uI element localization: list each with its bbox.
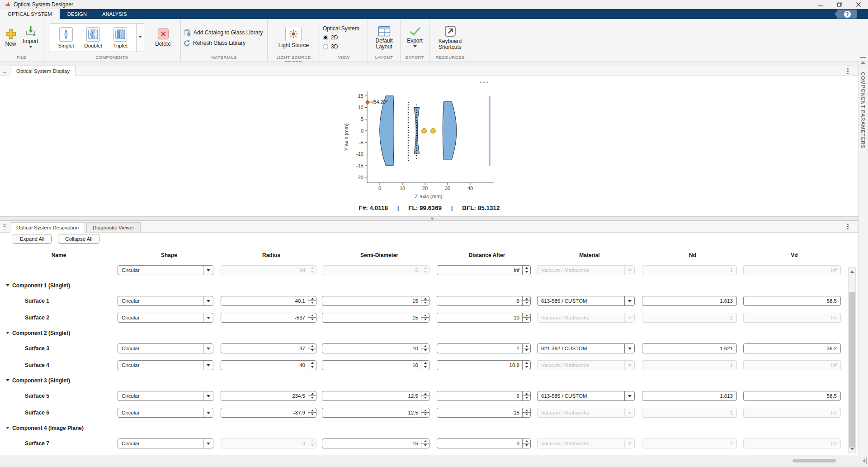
panel-splitter[interactable] — [0, 216, 868, 221]
spinner-down-icon[interactable] — [523, 270, 530, 275]
spinner-down-icon[interactable] — [523, 396, 530, 400]
dropdown-arrow-icon[interactable] — [624, 296, 634, 305]
dropdown-arrow-icon[interactable] — [203, 361, 213, 370]
import-button[interactable]: Import — [20, 24, 42, 51]
tab-diagnostic-viewer[interactable]: Diagnostic Viewer — [86, 222, 141, 232]
radius-spinner-input[interactable] — [221, 410, 308, 415]
semi-diameter-spinner[interactable] — [322, 296, 429, 306]
close-button[interactable] — [849, 0, 868, 9]
spinner-down-icon[interactable] — [308, 396, 316, 400]
scroll-up-icon[interactable] — [849, 267, 855, 274]
semi-diameter-spinner-input[interactable] — [322, 315, 421, 320]
spinner-up-icon[interactable] — [523, 266, 530, 271]
collapse-triangle-icon[interactable] — [6, 379, 9, 383]
light-source-button[interactable]: Light Source — [275, 26, 312, 49]
shape-dropdown[interactable]: Circular — [118, 391, 213, 401]
nd-field[interactable] — [642, 391, 737, 401]
table-vertical-scrollbar[interactable] — [848, 267, 856, 453]
dropdown-arrow-icon[interactable] — [203, 439, 213, 448]
distance-after-spinner[interactable] — [437, 296, 531, 306]
radius-spinner[interactable] — [221, 343, 316, 353]
distance-after-spinner[interactable] — [437, 265, 531, 275]
nd-field[interactable] — [642, 296, 737, 306]
gallery-expand-button[interactable] — [137, 23, 144, 52]
spinner-down-icon[interactable] — [308, 348, 316, 353]
spinner-down-icon[interactable] — [523, 301, 530, 305]
singlet-button[interactable]: Singlet — [52, 27, 80, 48]
vd-field[interactable] — [743, 343, 841, 353]
spinner-up-icon[interactable] — [308, 408, 316, 413]
dropdown-arrow-icon[interactable] — [624, 344, 634, 353]
distance-after-spinner[interactable] — [437, 408, 531, 418]
spinner-up-icon[interactable] — [523, 313, 530, 318]
radius-spinner[interactable] — [221, 408, 316, 418]
delete-button[interactable]: Delete — [152, 27, 174, 48]
spinner-up-icon[interactable] — [308, 361, 316, 366]
new-button[interactable]: New — [2, 27, 20, 48]
spinner-up-icon[interactable] — [421, 296, 429, 301]
shape-dropdown[interactable]: Circular — [118, 343, 213, 353]
spinner-up-icon[interactable] — [308, 296, 316, 301]
material-dropdown[interactable]: 613-585 / CUSTOM — [537, 391, 635, 401]
vd-field[interactable] — [743, 391, 841, 401]
radius-spinner-input[interactable] — [221, 362, 308, 368]
dropdown-arrow-icon[interactable] — [624, 391, 634, 400]
radio-2d[interactable]: 2D — [323, 34, 338, 41]
distance-after-spinner[interactable] — [437, 313, 531, 323]
material-dropdown[interactable]: 613-585 / CUSTOM — [537, 296, 635, 306]
component-group-row[interactable]: Component 3 (Singlet) — [0, 373, 859, 387]
spinner-up-icon[interactable] — [421, 313, 429, 318]
semi-diameter-spinner[interactable] — [322, 313, 429, 323]
dropdown-arrow-icon[interactable] — [203, 296, 213, 305]
help-button[interactable]: ? — [835, 10, 857, 19]
radius-spinner[interactable] — [221, 296, 316, 306]
scroll-down-icon[interactable] — [849, 447, 855, 453]
spinner-up-icon[interactable] — [523, 361, 530, 366]
distance-after-spinner-input[interactable] — [437, 315, 522, 320]
collapse-triangle-icon[interactable] — [6, 427, 9, 431]
spinner-down-icon[interactable] — [523, 365, 530, 370]
spinner-down-icon[interactable] — [421, 365, 429, 370]
tab-analysis[interactable]: ANALYSIS — [94, 9, 135, 19]
distance-after-spinner-input[interactable] — [437, 346, 522, 351]
tab-optical-system-display[interactable]: Optical System Display — [10, 66, 76, 76]
semi-diameter-spinner-input[interactable] — [322, 362, 421, 368]
spinner-down-icon[interactable] — [421, 318, 429, 322]
distance-after-spinner-input[interactable] — [437, 441, 522, 446]
shape-dropdown[interactable]: Circular — [118, 313, 213, 323]
tab-design[interactable]: DESIGN — [60, 9, 94, 19]
component-group-row[interactable]: Component 1 (Singlet) — [0, 278, 859, 292]
dropdown-arrow-icon[interactable] — [203, 313, 213, 322]
spinner-down-icon[interactable] — [421, 301, 429, 305]
spinner-down-icon[interactable] — [523, 443, 530, 448]
vertical-scroll-thumb[interactable] — [849, 292, 855, 448]
collapse-triangle-icon[interactable] — [6, 332, 9, 336]
spinner-down-icon[interactable] — [523, 318, 530, 322]
keyboard-shortcuts-button[interactable]: Keyboard Shortcuts — [435, 24, 465, 51]
distance-after-spinner[interactable] — [437, 438, 531, 448]
expand-all-button[interactable]: Expand All — [13, 234, 52, 244]
spinner-down-icon[interactable] — [523, 348, 530, 353]
semi-diameter-spinner[interactable] — [322, 360, 429, 370]
radius-spinner-input[interactable] — [221, 393, 308, 399]
radius-spinner[interactable] — [221, 360, 316, 370]
collapse-up-icon[interactable] — [858, 57, 868, 64]
distance-after-spinner-input[interactable] — [437, 298, 522, 304]
spinner-up-icon[interactable] — [421, 344, 429, 349]
nd-field[interactable] — [642, 343, 737, 353]
shape-dropdown[interactable]: Circular — [118, 408, 213, 418]
panel-drag-handle[interactable] — [3, 224, 6, 229]
collapse-left-icon[interactable] — [860, 457, 867, 464]
distance-after-spinner-input[interactable] — [437, 362, 522, 368]
spinner-up-icon[interactable] — [308, 344, 316, 349]
shape-dropdown[interactable]: Circular — [118, 360, 213, 370]
dropdown-arrow-icon[interactable] — [203, 266, 213, 275]
minimize-button[interactable] — [811, 0, 830, 9]
spinner-up-icon[interactable] — [421, 361, 429, 366]
spinner-up-icon[interactable] — [421, 408, 429, 413]
spinner-up-icon[interactable] — [421, 391, 429, 396]
semi-diameter-spinner[interactable] — [322, 343, 429, 353]
semi-diameter-spinner-input[interactable] — [322, 298, 421, 304]
semi-diameter-spinner-input[interactable] — [322, 410, 421, 415]
semi-diameter-spinner[interactable] — [322, 438, 429, 448]
